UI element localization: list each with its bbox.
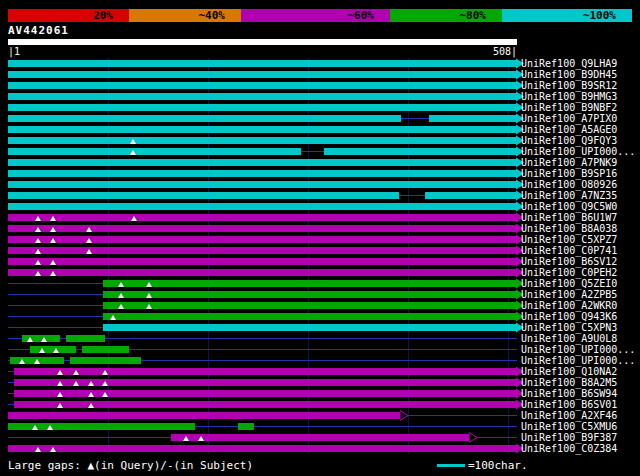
query-gap-icon [50,447,56,452]
alignment-bar[interactable] [8,181,516,188]
subject-label[interactable]: UniRef100_C5XPN3 [521,322,617,333]
alignment-bar[interactable] [8,60,516,67]
subject-label[interactable]: UniRef100_A2WKR0 [521,300,617,311]
subject-label[interactable]: UniRef100_Q943K6 [521,311,617,322]
alignment-bar[interactable] [8,82,516,89]
alignment-bar[interactable] [8,236,516,243]
alignment-bar[interactable] [171,434,469,441]
key-segment: ~100% [502,9,632,22]
alignment-bar[interactable] [103,324,516,331]
query-gap-icon [198,436,204,441]
alignment-bar[interactable] [66,335,105,342]
subject-label[interactable]: UniRef100_B9HMG3 [521,91,617,102]
subject-label[interactable]: UniRef100_B8A2M5 [521,377,617,388]
alignment-row: UniRef100_B6U1W7 [0,212,640,223]
alignment-row: UniRef100_B9F387 [0,432,640,443]
alignment-bar[interactable] [8,71,516,78]
alignment-bar[interactable] [8,170,516,177]
alignment-bar[interactable] [324,148,516,155]
alignment-row: UniRef100_B8A038 [0,223,640,234]
subject-label[interactable]: UniRef100_C5XPZ7 [521,234,617,245]
alignment-bar[interactable] [82,346,129,353]
alignment-bar[interactable] [8,225,516,232]
alignment-row: UniRef100_C5XMU6 [0,421,640,432]
subject-label[interactable]: UniRef100_A7PIX0 [521,113,617,124]
alignment-bar[interactable] [238,423,254,430]
subject-label[interactable]: UniRef100_UPI000... [521,355,635,366]
subject-label[interactable]: UniRef100_C0Z384 [521,443,617,454]
alignment-bar[interactable] [8,412,400,419]
alignment-bar[interactable] [8,104,516,111]
alignment-bar[interactable] [103,313,516,320]
alignment-row: UniRef100_B9SP16 [0,168,640,179]
subject-label[interactable]: UniRef100_B8A038 [521,223,617,234]
alignment-row: UniRef100_C0P741 [0,245,640,256]
arrow-right-icon [400,410,409,421]
query-gap-icon [35,238,41,243]
alignment-bar[interactable] [8,269,516,276]
query-gap-icon [32,425,38,430]
query-gap-icon [34,359,40,364]
arrow-right-icon [469,432,478,443]
alignment-bar[interactable] [8,148,301,155]
subject-label[interactable]: UniRef100_A7NZ35 [521,190,617,201]
alignment-row: UniRef100_A9U0L8 [0,333,640,344]
alignment-row: UniRef100_UPI000... [0,344,640,355]
alignment-bar[interactable] [8,192,399,199]
query-gap-icon [35,216,41,221]
alignment-row: UniRef100_Q943K6 [0,311,640,322]
subject-label[interactable]: UniRef100_A2ZPB5 [521,289,617,300]
subject-label[interactable]: UniRef100_Q9FQY3 [521,135,617,146]
alignment-bar[interactable] [103,291,516,298]
subject-label[interactable]: UniRef100_UPI000... [521,146,635,157]
alignment-bar[interactable] [425,192,516,199]
query-gap-icon [41,337,47,342]
alignment-bar[interactable] [8,445,516,452]
subject-label[interactable]: UniRef100_B9DH45 [521,69,617,80]
subject-label[interactable]: UniRef100_Q9C5W0 [521,201,617,212]
subject-label[interactable]: UniRef100_A7PNK9 [521,157,617,168]
subject-label[interactable]: UniRef100_B9NBF2 [521,102,617,113]
alignment-row: UniRef100_B6SV12 [0,256,640,267]
subject-label[interactable]: UniRef100_B9SR12 [521,80,617,91]
subject-label[interactable]: UniRef100_Q9LHA9 [521,58,617,69]
alignment-bar[interactable] [8,93,516,100]
alignment-bar[interactable] [8,258,516,265]
subject-label[interactable]: UniRef100_B6U1W7 [521,212,617,223]
subject-label[interactable]: UniRef100_Q5ZEI0 [521,278,617,289]
subject-label[interactable]: UniRef100_A5AGE0 [521,124,617,135]
alignment-bar[interactable] [8,126,516,133]
subject-label[interactable]: UniRef100_B6SV12 [521,256,617,267]
alignment-bar[interactable] [8,214,516,221]
alignment-bar[interactable] [70,357,141,364]
subject-label[interactable]: UniRef100_B6SV01 [521,399,617,410]
subject-label[interactable]: UniRef100_UPI000... [521,344,635,355]
alignment-bar[interactable] [8,203,516,210]
alignment-bar[interactable] [14,368,516,375]
alignment-bar[interactable] [8,247,516,254]
subject-label[interactable]: UniRef100_A2XF46 [521,410,617,421]
alignment-bar[interactable] [8,115,401,122]
query-gap-icon [47,425,53,430]
query-gap-icon [102,381,108,386]
subject-label[interactable]: UniRef100_C5XMU6 [521,421,617,432]
subject-label[interactable]: UniRef100_A9U0L8 [521,333,617,344]
alignment-bar[interactable] [8,137,516,144]
alignment-bar[interactable] [8,159,516,166]
alignment-row: UniRef100_A2WKR0 [0,300,640,311]
alignment-bar[interactable] [103,302,516,309]
subject-label[interactable]: UniRef100_O80926 [521,179,617,190]
subject-label[interactable]: UniRef100_C0PEH2 [521,267,617,278]
alignment-row: UniRef100_B9HMG3 [0,91,640,102]
query-bar [8,39,517,45]
subject-label[interactable]: UniRef100_Q10NA2 [521,366,617,377]
alignment-bar[interactable] [103,280,516,287]
subject-label[interactable]: UniRef100_B6SW94 [521,388,617,399]
alignment-bar[interactable] [429,115,516,122]
alignment-row: UniRef100_O80926 [0,179,640,190]
subject-label[interactable]: UniRef100_B9SP16 [521,168,617,179]
scale-legend: =100char. [437,459,528,472]
query-gap-icon [35,227,41,232]
subject-label[interactable]: UniRef100_B9F387 [521,432,617,443]
subject-label[interactable]: UniRef100_C0P741 [521,245,617,256]
